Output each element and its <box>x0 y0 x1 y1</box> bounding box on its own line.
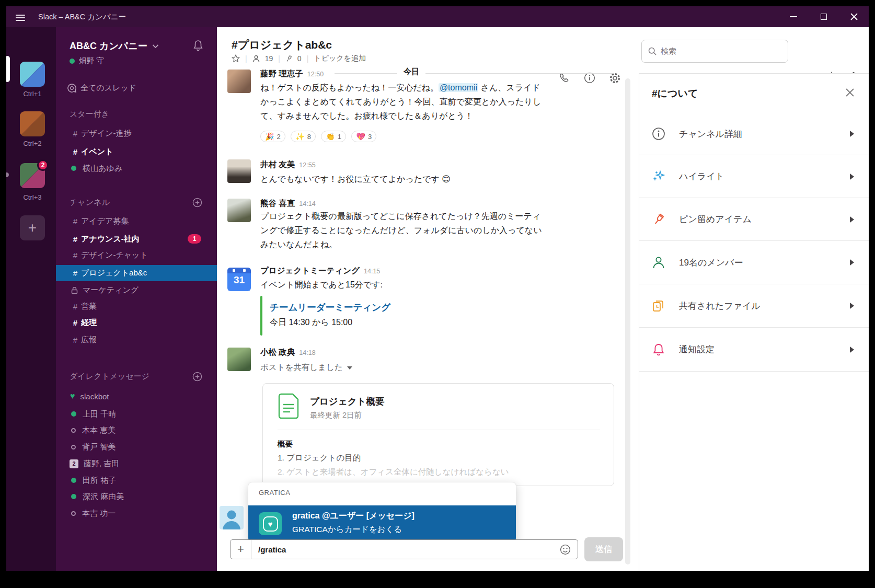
call-phone-icon[interactable] <box>559 72 570 86</box>
sidebar-dm-ueda[interactable]: 上田 千晴 <box>56 407 217 421</box>
sidebar-dm-seto[interactable]: 背戸 智美 <box>56 440 217 454</box>
slack-window: Slack – AB&C カンパニー Ctrl+1 Ctrl+2 <box>6 6 869 571</box>
workspace-icon-3[interactable]: 2 <box>20 163 45 188</box>
sidebar-dm-tadokoro[interactable]: 田所 祐子 <box>56 474 217 487</box>
window-title: Slack – AB&C カンパニー <box>38 6 126 27</box>
sidebar-channel-announce[interactable]: # アナウンス-社内 1 <box>56 232 217 246</box>
active-workspace-indicator <box>6 56 10 82</box>
gear-icon[interactable] <box>609 72 621 86</box>
info-icon[interactable] <box>584 72 595 86</box>
workspace-rail: Ctrl+1 Ctrl+2 2 Ctrl+3 + <box>6 27 56 571</box>
sidebar-dm-group-fujino-yoshida[interactable]: 2 藤野, 吉田 <box>56 457 217 470</box>
autocomplete-item-gratica[interactable]: ♥ gratica @ユーザー [メッセージ] GRATICAからカードをおくる <box>248 505 516 543</box>
search-input[interactable]: 検索 <box>641 40 788 63</box>
message-line: みたいなんだよね。 <box>260 239 337 252</box>
reaction-pill[interactable]: 💖3 <box>351 131 376 142</box>
document-icon <box>278 393 300 419</box>
reaction-pill[interactable]: 🎉2 <box>260 131 285 142</box>
attachment-bar <box>260 296 262 336</box>
reaction-pill[interactable]: 👏1 <box>321 131 346 142</box>
sidebar-item-all-threads[interactable]: 全てのスレッド <box>56 81 217 95</box>
add-dm-icon[interactable] <box>192 372 202 382</box>
post-item: 2. ゲストと来場者は、オフィス全体に付随しなければならない <box>278 467 509 478</box>
starred-section-header[interactable]: スター付き <box>56 107 217 121</box>
content-area: #プロジェクトab&c | 19 | 0 | トピックを追加 <box>217 27 869 571</box>
emoji-picker-icon[interactable] <box>560 544 571 555</box>
sidebar-dm-yokoyama[interactable]: 横山あゆみ <box>56 162 217 175</box>
panel-item-members[interactable]: 19名のメンバー <box>639 241 869 284</box>
mention-chip[interactable]: @tomomii <box>439 83 478 92</box>
send-button[interactable]: 送信 <box>584 537 623 561</box>
title-bar: Slack – AB&C カンパニー <box>6 6 869 27</box>
add-topic-link[interactable]: トピックを追加 <box>314 54 366 63</box>
sidebar-dm-fukasawa[interactable]: 深沢 麻由美 <box>56 490 217 503</box>
channel-title: #プロジェクトab&c <box>232 38 332 52</box>
heart-icon: ♥ <box>70 391 75 401</box>
attach-plus-button[interactable]: + <box>231 540 251 559</box>
workspace-icon-1[interactable] <box>20 62 45 87</box>
lock-icon <box>71 286 78 294</box>
shared-post-label[interactable]: ポストを共有しました <box>260 362 352 373</box>
sparkles-icon <box>652 170 665 183</box>
date-divider-label[interactable]: 今日 <box>397 67 425 77</box>
composer-input[interactable]: /gratica <box>258 545 560 554</box>
add-workspace-button[interactable]: + <box>20 215 45 240</box>
chat-scrollbar[interactable] <box>625 78 630 564</box>
sidebar-channel-ideas[interactable]: # アイデア募集 <box>56 214 217 228</box>
notifications-bell-icon[interactable] <box>193 40 203 53</box>
info-icon <box>652 127 665 141</box>
sidebar-channel-event[interactable]: # イベント <box>56 145 217 158</box>
maximize-button[interactable] <box>820 13 828 21</box>
workspace-badge: 2 <box>37 159 49 171</box>
user-presence[interactable]: 畑野 守 <box>70 56 104 66</box>
sidebar-dm-motoyoshi[interactable]: 本吉 功一 <box>56 506 217 520</box>
sidebar-channel-design-progress[interactable]: # デザイン-進捗 <box>56 126 217 140</box>
channel-about-panel: #について チャンネル詳細 ハイライト ピン留めアイテム <box>639 73 869 571</box>
hamburger-menu-icon[interactable] <box>16 13 25 22</box>
sidebar-channel-marketing[interactable]: マーケティング <box>56 283 217 297</box>
person-icon <box>652 256 665 269</box>
presence-dot-online <box>71 478 76 483</box>
command-autocomplete-popup: GRATICA ♥ gratica @ユーザー [メッセージ] GRATICAか… <box>248 482 516 543</box>
panel-item-notification-settings[interactable]: 通知設定 <box>639 328 869 372</box>
workspace-shortcut-2: Ctrl+2 <box>6 140 59 147</box>
close-button[interactable] <box>850 13 858 21</box>
sidebar-channel-design-chat[interactable]: # デザイン-チャット <box>56 248 217 262</box>
post-card[interactable]: プロジェクト概要 最終更新 2日前 概要 1. プロジェクトの目的 2. ゲスト… <box>262 383 614 486</box>
sidebar-channel-pr[interactable]: # 広報 <box>56 333 217 347</box>
reaction-pill[interactable]: ✨8 <box>291 131 316 142</box>
bell-icon <box>652 343 665 356</box>
sidebar: AB&C カンパニー 畑野 守 全てのスレッド スター付き # デザイン-進捗 <box>56 27 217 571</box>
close-panel-icon[interactable] <box>845 87 855 100</box>
avatar[interactable] <box>227 159 251 183</box>
emoji: 👏 <box>326 132 335 141</box>
star-icon[interactable] <box>232 54 240 63</box>
sidebar-dm-kimoto[interactable]: 木本 恵美 <box>56 423 217 437</box>
sidebar-channel-project-abc-selected[interactable]: # プロジェクトab&c <box>56 265 217 281</box>
panel-item-shared-files[interactable]: 共有されたファイル <box>639 284 869 328</box>
presence-dot-online <box>71 494 76 499</box>
channels-section-header[interactable]: チャンネル <box>56 195 217 209</box>
dm-section-header[interactable]: ダイレクトメッセージ <box>56 370 217 383</box>
panel-item-channel-details[interactable]: チャンネル詳細 <box>639 113 869 155</box>
avatar[interactable] <box>227 199 251 222</box>
post-title[interactable]: プロジェクト概要 <box>310 395 384 408</box>
workspace-menu[interactable]: AB&C カンパニー <box>70 40 159 52</box>
panel-item-highlights[interactable]: ハイライト <box>639 155 869 198</box>
avatar[interactable] <box>227 70 251 93</box>
member-count[interactable]: 19 <box>265 54 273 63</box>
chevron-right-icon <box>850 174 854 180</box>
pin-count[interactable]: 0 <box>297 54 302 63</box>
avatar[interactable] <box>227 348 251 371</box>
chevron-right-icon <box>850 303 854 309</box>
sidebar-channel-accounting[interactable]: # 経理 <box>56 316 217 329</box>
panel-item-pinned-items[interactable]: ピン留めアイテム <box>639 198 869 241</box>
add-channel-icon[interactable] <box>192 198 202 207</box>
chevron-down-icon <box>152 44 159 49</box>
minimize-button[interactable] <box>789 13 798 21</box>
event-link[interactable]: チームリーダーミーティング <box>270 301 390 314</box>
sidebar-channel-sales[interactable]: # 営業 <box>56 299 217 313</box>
unread-dot <box>6 172 9 177</box>
workspace-icon-2[interactable] <box>20 111 45 136</box>
sidebar-dm-slackbot[interactable]: ♥ slackbot <box>56 389 217 403</box>
